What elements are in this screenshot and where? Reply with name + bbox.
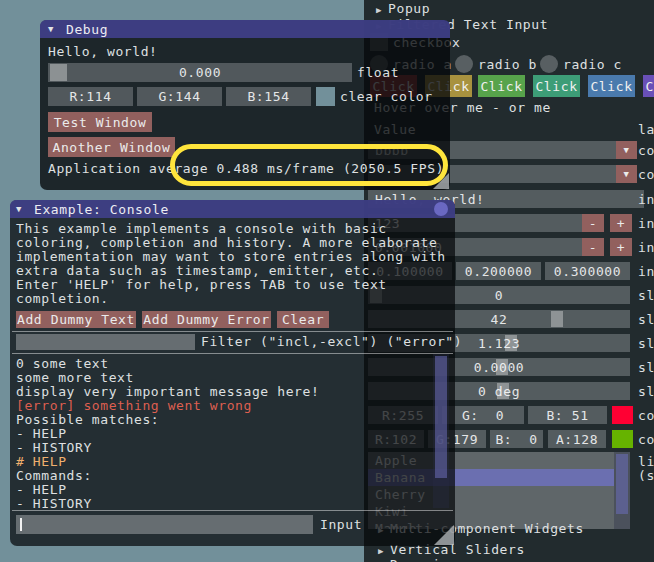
console-window: ▼ Example: Console This example implemen… [10, 200, 455, 546]
click-button-4[interactable]: Click [533, 75, 580, 97]
slider-int-label: sl [638, 289, 654, 303]
console-description-line: Enter 'HELP' for help, press TAB to use … [16, 278, 387, 292]
console-description-line: implementation may want to store entries… [16, 250, 446, 264]
close-icon[interactable] [434, 202, 448, 216]
combo-2-label: co [638, 168, 654, 182]
resize-grip[interactable] [434, 525, 454, 545]
console-log-line: Possible matches: [16, 412, 159, 427]
console-log-line: some more text [16, 370, 134, 385]
hello-world-text: Hello, world! [48, 45, 158, 59]
float-slider-label: float [357, 66, 399, 80]
collapse-arrow-icon[interactable]: ▼ [16, 204, 22, 214]
add-dummy-error-button[interactable]: Add Dummy Error [142, 311, 271, 328]
app-background: ▶Popup ▶Filtered Text Input checkbox rad… [0, 0, 654, 562]
radio-c-label: radio c [563, 58, 622, 72]
console-description-line: extra data such as timestamp, emitter, e… [16, 264, 378, 278]
console-log-line-match: # HELP [16, 454, 67, 469]
input-int-label: in [638, 217, 654, 231]
console-log-line: Commands: [16, 468, 92, 483]
click-button-6[interactable]: Click [643, 75, 654, 97]
console-log-line: - HELP [16, 482, 67, 497]
tree-node-partial[interactable]: ▶Dragging [378, 557, 457, 562]
debug-titlebar[interactable]: ▼ Debug [40, 20, 450, 38]
clear-color-g-field[interactable]: G:144 [137, 87, 222, 106]
filter-label: Filter ("incl,-excl") ("error") [201, 335, 462, 349]
combo-1-label: co [638, 144, 654, 158]
color2-swatch[interactable] [612, 430, 633, 448]
input-text-label: in [638, 193, 654, 207]
slider-angle-label: sl [638, 385, 654, 399]
separator [12, 510, 453, 511]
console-description-line: coloring, completion and history. A more… [16, 236, 437, 250]
color1-label: co [638, 409, 654, 423]
separator [12, 353, 453, 354]
clear-color-b-field[interactable]: B:154 [226, 87, 311, 106]
float-slider[interactable]: 0.000 [48, 63, 352, 82]
clear-color-r-field[interactable]: R:114 [48, 87, 133, 106]
clear-color-swatch[interactable] [316, 87, 335, 106]
combo-2-arrow-button[interactable]: ▼ [616, 165, 637, 183]
combo-1-arrow-button[interactable]: ▼ [616, 141, 637, 159]
chevron-right-icon: ▶ [376, 5, 382, 15]
listbox-label-line2: (s [638, 469, 654, 483]
text-cursor [20, 518, 22, 531]
labeltext-label: la [638, 123, 654, 137]
slider-float-label: sl [638, 337, 654, 351]
clear-color-label: clear color [340, 90, 433, 104]
input-int-minus-button[interactable]: - [582, 214, 604, 232]
color2-a-field[interactable]: A:128 [548, 430, 606, 448]
scrollbar-grab[interactable] [435, 356, 447, 478]
slider-grab[interactable] [496, 359, 508, 375]
console-description-line: completion. [16, 292, 109, 306]
radio-c[interactable] [540, 55, 558, 73]
add-dummy-text-button[interactable]: Add Dummy Text [16, 311, 136, 328]
listbox-label-line1: li [638, 455, 654, 469]
color1-swatch[interactable] [612, 406, 633, 424]
slider-42-label: sl [638, 313, 654, 327]
console-log-line: - HISTORY [16, 440, 92, 455]
chevron-right-icon: ▶ [378, 546, 384, 556]
test-window-button[interactable]: Test Window [48, 112, 152, 132]
tree-node-label: Dragging [390, 557, 457, 562]
annotation-highlight-ellipse [170, 144, 448, 186]
debug-window-title: Debug [66, 22, 108, 37]
console-log-line: - HELP [16, 426, 67, 441]
click-button-3[interactable]: Click [478, 75, 525, 97]
filter-input[interactable] [16, 334, 195, 350]
slider-grab[interactable] [50, 64, 67, 81]
color2-b-field[interactable]: B: 0 [490, 430, 543, 448]
clear-button[interactable]: Clear [277, 311, 329, 328]
console-log-line: display very important message here! [16, 384, 319, 399]
slider-grab[interactable] [505, 335, 517, 351]
console-input[interactable] [16, 515, 313, 534]
another-window-button[interactable]: Another Window [48, 137, 175, 157]
input-int-plus-button[interactable]: + [610, 214, 632, 232]
slider-grab[interactable] [551, 311, 563, 327]
console-log-line: - HISTORY [16, 496, 92, 508]
scrollbar-grab[interactable] [616, 454, 628, 514]
input-float3-z[interactable]: 0.300000 [545, 262, 630, 280]
collapse-arrow-icon[interactable]: ▼ [48, 24, 54, 34]
radio-b-label: radio b [478, 58, 537, 72]
listbox-scrollbar[interactable] [614, 452, 630, 529]
console-window-title: Example: Console [34, 202, 169, 217]
console-log-line-error: [error] something went wrong [16, 398, 252, 413]
input-float3-label: in [638, 265, 654, 279]
slider-float2-label: sl [638, 361, 654, 375]
tree-node-label: Popup [388, 1, 430, 16]
color2-label: co [638, 433, 654, 447]
radio-b[interactable] [455, 55, 473, 73]
click-button-5[interactable]: Click [588, 75, 635, 97]
separator [12, 331, 453, 332]
console-scrollbar[interactable] [433, 354, 449, 508]
console-description-line: This example implements a console with b… [16, 222, 387, 236]
input-float-minus-button[interactable]: - [582, 238, 604, 256]
console-titlebar[interactable]: ▼ Example: Console [10, 200, 455, 218]
input-float-label: in [638, 241, 654, 255]
input-float3-y[interactable]: 0.200000 [456, 262, 541, 280]
input-float-plus-button[interactable]: + [610, 238, 632, 256]
slider-grab[interactable] [497, 383, 509, 399]
tree-node-popup[interactable]: ▶Popup [376, 1, 430, 16]
console-input-label: Input [320, 518, 362, 532]
color1-b-field[interactable]: B: 51 [528, 406, 607, 424]
